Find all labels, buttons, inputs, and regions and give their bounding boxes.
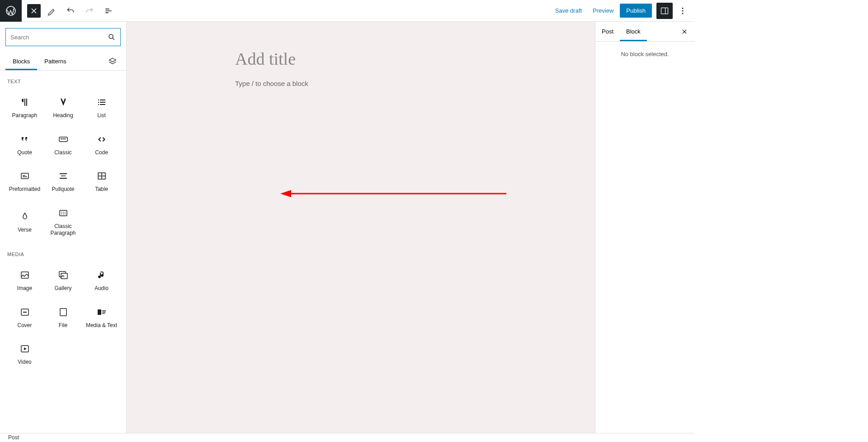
- wordpress-logo[interactable]: [0, 0, 22, 22]
- tab-patterns[interactable]: Patterns: [37, 52, 73, 70]
- post-title-input[interactable]: Add title: [235, 49, 470, 69]
- block-label: Verse: [18, 227, 32, 234]
- block-item-list[interactable]: List: [82, 89, 121, 126]
- block-label: Paragraph: [12, 112, 37, 119]
- block-item-gallery[interactable]: Gallery: [44, 261, 82, 299]
- editor-canvas[interactable]: Add title Type / to choose a block +: [127, 22, 595, 433]
- svg-marker-40: [280, 190, 291, 197]
- block-search-box: [5, 28, 121, 46]
- list-icon: [96, 97, 107, 108]
- classic-icon: [58, 134, 69, 145]
- block-item-pullquote[interactable]: Pullquote: [44, 162, 82, 200]
- block-item-cover[interactable]: Cover: [5, 299, 44, 336]
- sidebar-body: No block selected.: [595, 42, 694, 433]
- footer-breadcrumb[interactable]: Post: [8, 434, 19, 441]
- block-item-paragraph[interactable]: Paragraph: [5, 89, 44, 126]
- save-draft-button[interactable]: Save draft: [551, 5, 586, 17]
- block-label: Gallery: [54, 285, 71, 292]
- pullquote-icon: [58, 171, 69, 181]
- block-item-media-text[interactable]: Media & Text: [82, 299, 121, 336]
- quote-icon: [19, 134, 30, 145]
- block-category-title: TEXT: [5, 71, 121, 89]
- code-icon: [96, 134, 107, 145]
- block-item-image[interactable]: Image: [5, 261, 44, 299]
- block-item-classic[interactable]: Classic: [44, 126, 82, 163]
- block-label: Classic Paragraph: [46, 223, 80, 237]
- paragraph-icon: [19, 97, 30, 108]
- blocks-list[interactable]: TEXTParagraphHeadingListQuoteClassicCode…: [0, 71, 126, 433]
- undo-button[interactable]: [62, 3, 79, 19]
- redo-button[interactable]: [81, 3, 98, 19]
- block-label: Quote: [17, 149, 32, 157]
- block-item-preformatted[interactable]: Preformatted: [5, 162, 44, 200]
- block-item-heading[interactable]: Heading: [44, 89, 82, 126]
- block-inserter-panel: Blocks Patterns TEXTParagraphHeadingList…: [0, 22, 127, 433]
- block-label: Pullquote: [52, 186, 74, 193]
- block-label: Media & Text: [86, 322, 117, 329]
- gallery-icon: [58, 270, 69, 280]
- block-label: Classic: [54, 149, 72, 157]
- search-icon[interactable]: [108, 33, 116, 41]
- svg-point-35: [682, 10, 684, 11]
- block-item-audio[interactable]: Audio: [82, 261, 121, 299]
- explore-patterns-icon[interactable]: [104, 53, 121, 70]
- block-item-table[interactable]: Table: [82, 162, 121, 200]
- block-search-input[interactable]: [10, 34, 108, 41]
- more-options-button[interactable]: [675, 3, 691, 19]
- block-label: Table: [95, 186, 108, 193]
- svg-point-34: [682, 7, 684, 9]
- annotation-arrow: [280, 189, 506, 198]
- close-inserter-button[interactable]: [27, 4, 41, 18]
- block-label: Code: [95, 149, 108, 157]
- document-overview-button[interactable]: [100, 3, 117, 19]
- block-label: Image: [17, 285, 32, 292]
- image-icon: [19, 270, 30, 280]
- sidebar-tab-block[interactable]: Block: [620, 22, 647, 41]
- heading-icon: [58, 97, 69, 108]
- sidebar-tab-post[interactable]: Post: [595, 22, 620, 41]
- block-label: Cover: [17, 322, 32, 329]
- media-text-icon: [96, 307, 107, 318]
- block-label: List: [97, 112, 106, 119]
- block-category-title: MEDIA: [5, 243, 121, 261]
- tab-blocks[interactable]: Blocks: [5, 52, 37, 70]
- block-label: Video: [18, 359, 31, 366]
- block-item-video[interactable]: Video: [5, 335, 44, 372]
- publish-button[interactable]: Publish: [620, 4, 652, 18]
- block-item-quote[interactable]: Quote: [5, 126, 44, 163]
- block-item-verse[interactable]: Verse: [5, 200, 44, 243]
- video-icon: [19, 343, 30, 354]
- settings-sidebar: Post Block No block selected.: [595, 22, 694, 433]
- post-body-placeholder[interactable]: Type / to choose a block: [235, 80, 470, 87]
- block-label: File: [59, 322, 67, 329]
- classic-paragraph-icon: [58, 208, 69, 219]
- svg-rect-32: [661, 8, 668, 14]
- tools-button[interactable]: [43, 3, 60, 19]
- preformatted-icon: [19, 171, 30, 181]
- block-label: Preformatted: [9, 186, 40, 193]
- editor-topbar: Save draft Preview Publish: [0, 0, 694, 22]
- close-sidebar-button[interactable]: [675, 24, 694, 40]
- svg-point-37: [109, 34, 113, 38]
- editor-footer: Post: [0, 433, 694, 442]
- svg-line-38: [113, 38, 114, 40]
- verse-icon: [19, 211, 30, 222]
- block-item-classic-paragraph[interactable]: Classic Paragraph: [44, 200, 82, 243]
- table-icon: [96, 171, 107, 181]
- block-label: Heading: [53, 112, 73, 119]
- block-item-code[interactable]: Code: [82, 126, 121, 163]
- inserter-tabs: Blocks Patterns: [0, 52, 126, 71]
- settings-button[interactable]: [656, 3, 673, 19]
- block-item-file[interactable]: File: [44, 299, 82, 336]
- audio-icon: [96, 270, 107, 280]
- file-icon: [58, 307, 69, 318]
- svg-point-36: [682, 13, 684, 14]
- cover-icon: [19, 307, 30, 318]
- block-label: Audio: [94, 285, 108, 292]
- preview-button[interactable]: Preview: [588, 5, 618, 17]
